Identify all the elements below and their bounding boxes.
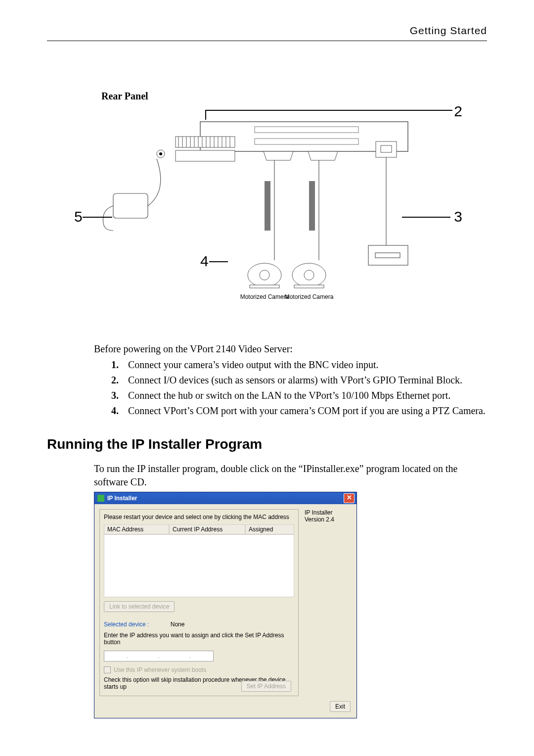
svg-point-32 — [260, 270, 269, 280]
callout-3: 3 — [454, 208, 462, 225]
use-ip-on-boot-label: Use this IP whenever system boots — [114, 666, 206, 673]
rear-panel-diagram: Motorized Camera Motorized Camera 2 5 4 … — [101, 107, 457, 315]
app-version: Version 2.4 — [305, 516, 352, 523]
step-num: 2. — [111, 373, 128, 387]
ip-address-input[interactable]: . . . — [104, 651, 214, 662]
svg-rect-22 — [381, 145, 392, 152]
leader-line — [205, 110, 452, 111]
leader-line — [209, 261, 228, 262]
header-title: Getting Started — [47, 25, 487, 41]
step-text: Connect your camera’s video output with … — [128, 358, 379, 372]
ip-sep: . — [127, 653, 128, 660]
step-4: 4.Connect VPort’s COM port with your cam… — [47, 404, 487, 418]
svg-point-18 — [159, 152, 162, 155]
device-list-header: MAC Address Current IP Address Assigned — [104, 524, 294, 534]
enter-ip-text: Enter the IP address you want to assign … — [104, 632, 294, 646]
col-ip[interactable]: Current IP Address — [169, 524, 245, 534]
exit-button[interactable]: Exit — [330, 701, 351, 712]
step-num: 1. — [111, 358, 128, 372]
app-name: IP Installer — [305, 509, 352, 516]
steps-list: 1.Connect your camera’s video output wit… — [47, 358, 487, 418]
svg-rect-36 — [294, 285, 324, 288]
step-text: Connect VPort’s COM port with your camer… — [128, 404, 486, 418]
step-1: 1.Connect your camera’s video output wit… — [47, 358, 487, 372]
preamble-text: Before powering on the VPort 2140 Video … — [47, 342, 487, 356]
leader-line — [205, 110, 206, 120]
svg-rect-16 — [176, 150, 235, 161]
ip-installer-window: IP Installer ✕ Please restart your devic… — [94, 492, 357, 718]
instruction-text: Please restart your device and select on… — [104, 514, 294, 520]
leader-line — [402, 217, 450, 218]
device-list[interactable] — [104, 534, 294, 597]
selected-device-value: None — [171, 621, 185, 628]
svg-rect-30 — [375, 253, 400, 258]
window-titlebar[interactable]: IP Installer ✕ — [94, 492, 356, 504]
col-mac[interactable]: MAC Address — [104, 524, 169, 534]
callout-2: 2 — [454, 103, 462, 120]
svg-rect-27 — [309, 181, 315, 231]
section-intro: To run the IP installer program, double … — [47, 462, 487, 489]
step-text: Connect the hub or switch on the LAN to … — [128, 388, 450, 402]
svg-rect-33 — [250, 285, 279, 288]
callout-4: 4 — [200, 253, 209, 270]
step-num: 4. — [111, 404, 128, 418]
section-title: Running the IP Installer Program — [47, 436, 487, 452]
window-title: IP Installer — [107, 495, 137, 502]
link-device-button[interactable]: Link to selected device — [104, 601, 175, 612]
use-ip-on-boot-checkbox[interactable] — [104, 666, 111, 673]
step-2: 2.Connect I/O devices (such as sensors o… — [47, 373, 487, 387]
selected-device-label: Selected device : — [104, 621, 149, 628]
close-icon: ✕ — [347, 494, 352, 501]
step-num: 3. — [111, 388, 128, 402]
col-assigned[interactable]: Assigned — [245, 524, 294, 534]
set-ip-button[interactable]: Set IP Address — [241, 681, 291, 692]
svg-rect-20 — [255, 139, 358, 144]
rear-panel-heading: Rear Panel — [101, 91, 487, 102]
ip-sep: . — [158, 653, 159, 660]
callout-5: 5 — [74, 208, 83, 225]
leader-line — [83, 217, 112, 218]
step-3: 3.Connect the hub or switch on the LAN t… — [47, 388, 487, 402]
close-button[interactable]: ✕ — [344, 493, 355, 503]
svg-point-35 — [304, 270, 314, 280]
app-icon — [97, 495, 104, 502]
svg-rect-19 — [255, 127, 358, 133]
diagram-caption-cam1: Motorized Camera — [240, 293, 289, 300]
side-panel: IP Installer Version 2.4 — [299, 509, 352, 696]
main-panel: Please restart your device and select on… — [99, 509, 299, 696]
ip-sep: . — [189, 653, 191, 660]
svg-rect-26 — [265, 181, 270, 231]
step-text: Connect I/O devices (such as sensors or … — [128, 373, 462, 387]
diagram-caption-cam2: Motorized Camera — [285, 293, 334, 300]
svg-rect-23 — [113, 193, 148, 218]
